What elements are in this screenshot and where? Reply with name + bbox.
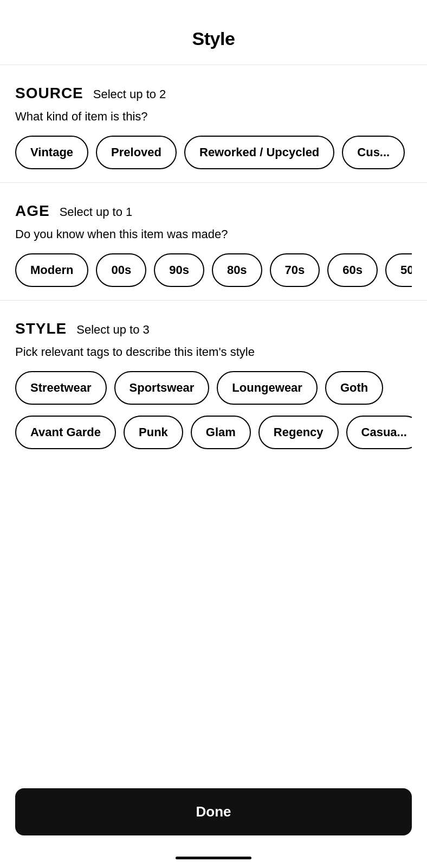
tag-glam[interactable]: Glam xyxy=(191,416,251,449)
tag-50s[interactable]: 50s xyxy=(385,253,412,287)
tag-80s[interactable]: 80s xyxy=(212,253,262,287)
tag-00s[interactable]: 00s xyxy=(96,253,146,287)
page-title: Style xyxy=(0,28,427,49)
age-description: Do you know when this item was made? xyxy=(15,227,412,241)
tag-preloved[interactable]: Preloved xyxy=(96,136,177,169)
age-tags-row: Modern 00s 90s 80s 70s 60s 50s xyxy=(15,253,412,289)
tag-punk[interactable]: Punk xyxy=(124,416,183,449)
source-description: What kind of item is this? xyxy=(15,110,412,124)
source-section-header: SOURCE Select up to 2 xyxy=(15,85,412,102)
tag-loungewear[interactable]: Loungewear xyxy=(217,371,318,405)
age-select-label: Select up to 1 xyxy=(60,205,133,219)
style-section-title: STYLE xyxy=(15,320,67,337)
tag-70s[interactable]: 70s xyxy=(270,253,320,287)
source-section: SOURCE Select up to 2 What kind of item … xyxy=(0,65,427,183)
tag-goth[interactable]: Goth xyxy=(325,371,383,405)
age-section: AGE Select up to 1 Do you know when this… xyxy=(0,183,427,301)
tag-sportswear[interactable]: Sportswear xyxy=(114,371,210,405)
done-button-container: Done xyxy=(15,788,412,835)
tag-regency[interactable]: Regency xyxy=(258,416,339,449)
style-section: STYLE Select up to 3 Pick relevant tags … xyxy=(0,301,427,471)
source-section-title: SOURCE xyxy=(15,85,83,102)
style-select-label: Select up to 3 xyxy=(76,323,150,337)
style-tags-row-1: Streetwear Sportswear Loungewear Goth xyxy=(15,371,412,407)
page-container: Style SOURCE Select up to 2 What kind of… xyxy=(0,0,427,868)
style-description: Pick relevant tags to describe this item… xyxy=(15,345,412,359)
style-section-header: STYLE Select up to 3 xyxy=(15,320,412,337)
tag-60s[interactable]: 60s xyxy=(327,253,378,287)
tag-modern[interactable]: Modern xyxy=(15,253,88,287)
home-indicator xyxy=(176,857,251,859)
age-section-title: AGE xyxy=(15,202,50,220)
style-tags-row-2: Avant Garde Punk Glam Regency Casua... xyxy=(15,416,412,451)
tag-custom[interactable]: Cus... xyxy=(342,136,405,169)
age-section-header: AGE Select up to 1 xyxy=(15,202,412,220)
source-select-label: Select up to 2 xyxy=(93,87,166,101)
tag-avant-garde[interactable]: Avant Garde xyxy=(15,416,116,449)
tag-vintage[interactable]: Vintage xyxy=(15,136,88,169)
source-tags-row: Vintage Preloved Reworked / Upcycled Cus… xyxy=(15,136,412,171)
header: Style xyxy=(0,0,427,65)
tag-casual[interactable]: Casua... xyxy=(346,416,412,449)
tag-reworked-upcycled[interactable]: Reworked / Upcycled xyxy=(184,136,334,169)
tag-90s[interactable]: 90s xyxy=(154,253,204,287)
tag-streetwear[interactable]: Streetwear xyxy=(15,371,107,405)
done-button[interactable]: Done xyxy=(15,788,412,835)
